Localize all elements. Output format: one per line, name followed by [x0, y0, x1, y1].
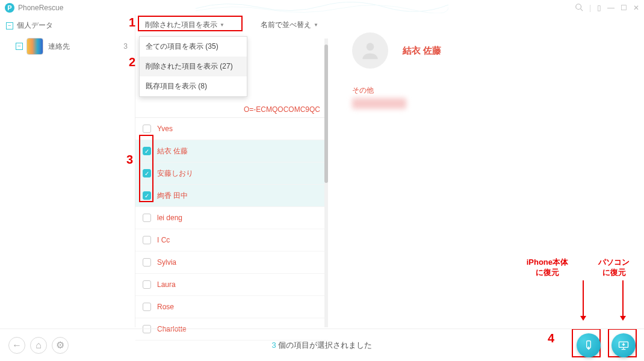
checkbox[interactable]: [143, 303, 151, 311]
status-text: 3 個の項目が選択されました: [272, 340, 373, 351]
checkbox[interactable]: [143, 258, 151, 267]
sort-current: 名前で並べ替え: [261, 20, 311, 30]
detail-value-redacted: [352, 98, 406, 109]
filter-dropdown-menu: 全ての項目を表示 (35) 削除された項目を表示 (27) 既存項目を表示 (8…: [139, 36, 247, 97]
contact-name: lei deng: [157, 214, 182, 222]
contact-row[interactable]: lei deng: [135, 207, 328, 229]
back-button[interactable]: ←: [8, 337, 25, 354]
contact-row[interactable]: ✓結衣 佐藤: [135, 140, 328, 162]
titlebar-decoration: [196, 0, 448, 13]
caret-down-icon: ▼: [314, 22, 318, 28]
app-title: PhoneRescue: [18, 4, 63, 12]
annotation-to-pc: パソコン に復元: [598, 258, 630, 278]
svg-point-2: [367, 43, 374, 51]
filter-option-deleted[interactable]: 削除された項目を表示 (27): [140, 57, 247, 76]
contact-row[interactable]: Laura: [135, 274, 328, 296]
menu-icon[interactable]: ▯: [597, 4, 601, 12]
footer: ← ⌂ ⚙ 3 個の項目が選択されました: [0, 329, 644, 361]
group-header: O=-ECMQOCOMC9QC: [135, 102, 328, 118]
filter-current: 削除された項目を表示: [145, 20, 217, 30]
restore-to-device-button[interactable]: [577, 333, 601, 357]
contact-row[interactable]: ✓絢香 田中: [135, 185, 328, 207]
contact-row[interactable]: Sylvia: [135, 251, 328, 274]
sidebar: − 個人データ − 連絡先 3: [0, 14, 135, 327]
contact-name: I Cc: [157, 236, 170, 244]
detail-name: 結衣 佐藤: [403, 45, 441, 57]
sidebar-root[interactable]: − 個人データ: [0, 18, 135, 33]
collapse-icon[interactable]: −: [6, 22, 13, 29]
annotation-step-3: 3: [126, 153, 133, 167]
window-minimize[interactable]: —: [607, 4, 615, 12]
contact-list-column: 削除された項目を表示 ▼ 名前で並べ替え ▼ 全ての項目を表示 (35) 削除さ…: [135, 14, 328, 327]
window-close[interactable]: ✕: [633, 4, 639, 12]
annotation-to-device: iPhone本体 に復元: [527, 258, 568, 278]
contact-detail: 結衣 佐藤 その他: [328, 14, 644, 327]
collapse-icon[interactable]: −: [16, 43, 23, 50]
app-logo: P: [5, 3, 14, 13]
sidebar-item-contacts[interactable]: − 連絡先 3: [0, 33, 135, 60]
filter-option-all[interactable]: 全ての項目を表示 (35): [140, 37, 247, 57]
svg-line-1: [581, 8, 583, 11]
checkbox[interactable]: [143, 125, 151, 133]
restore-to-pc-button[interactable]: [611, 333, 636, 357]
contact-name: 結衣 佐藤: [157, 146, 188, 156]
contact-name: Rose: [157, 303, 174, 311]
avatar: [352, 32, 388, 69]
home-button[interactable]: ⌂: [30, 337, 47, 354]
contact-name: 絢香 田中: [157, 191, 188, 201]
status-suffix: 個の項目が選択されました: [276, 341, 373, 350]
titlebar: P PhoneRescue | ▯ — ☐ ✕: [0, 0, 644, 14]
annotation-step-1: 1: [129, 16, 135, 29]
sidebar-item-label: 連絡先: [48, 42, 123, 52]
checkbox[interactable]: [143, 280, 151, 289]
sort-dropdown[interactable]: 名前で並べ替え ▼: [257, 18, 322, 32]
contact-name: Sylvia: [157, 258, 176, 267]
caret-down-icon: ▼: [220, 22, 224, 28]
contact-row[interactable]: I Cc: [135, 229, 328, 251]
detail-section: その他: [352, 85, 626, 96]
contact-name: Laura: [157, 280, 176, 289]
svg-point-0: [576, 4, 581, 9]
annotation-step-2: 2: [129, 55, 135, 69]
checkbox[interactable]: ✓: [143, 147, 151, 155]
checkbox[interactable]: [143, 214, 151, 222]
contacts-icon: [26, 38, 43, 55]
contact-row[interactable]: Rose: [135, 296, 328, 318]
settings-button[interactable]: ⚙: [52, 337, 69, 354]
contact-name: 安藤しおり: [157, 168, 193, 179]
window-maximize[interactable]: ☐: [621, 4, 627, 12]
sidebar-item-count: 3: [123, 42, 128, 51]
contact-name: Yves: [157, 125, 173, 133]
filter-dropdown[interactable]: 削除された項目を表示 ▼: [141, 18, 228, 32]
annotation-arrow-pc: [622, 280, 624, 320]
annotation-arrow-device: [583, 280, 584, 320]
contact-row[interactable]: Yves: [135, 118, 328, 140]
checkbox[interactable]: [143, 236, 151, 244]
contact-row[interactable]: ✓安藤しおり: [135, 162, 328, 185]
checkbox[interactable]: ✓: [143, 191, 151, 200]
sidebar-root-label: 個人データ: [17, 20, 53, 31]
checkbox[interactable]: ✓: [143, 169, 151, 177]
search-icon[interactable]: [575, 3, 583, 13]
filter-option-existing[interactable]: 既存項目を表示 (8): [140, 76, 247, 96]
